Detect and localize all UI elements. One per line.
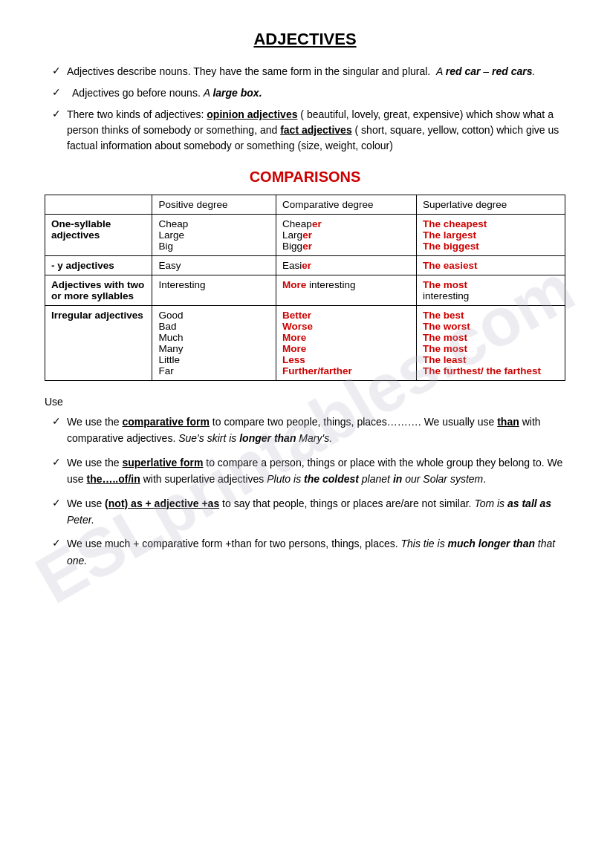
bullet-1: ✓ Adjectives describe nouns. They have t… [52,64,565,79]
use-label: Use [45,396,565,408]
bullet-text-1: Adjectives describe nouns. They have the… [67,64,535,79]
positive-irregular: GoodBadMuchManyLittleFar [152,306,276,381]
header-superlative: Superlative degree [416,195,565,215]
table-row-two-syllable: Adjectives with two or more syllables In… [45,275,565,306]
table-row-irregular: Irregular adjectives GoodBadMuchManyLitt… [45,306,565,381]
superlative-irregular: The best The worst The most The most The… [416,306,565,381]
comparisons-table: Positive degree Comparative degree Super… [45,195,565,381]
superlative-y: The easiest [416,256,565,275]
positive-y: Easy [152,256,276,275]
table-header-row: Positive degree Comparative degree Super… [45,195,565,215]
header-category [45,195,152,215]
comparative-irregular: Better Worse More More Less Further/fart… [276,306,417,381]
category-irregular: Irregular adjectives [45,306,152,381]
check-icon-use-4: ✓ [52,537,61,549]
comparative-two-syllable: More interesting [276,275,417,306]
page-title: ADJECTIVES [45,30,565,49]
use-bullet-text-2: We use the superlative form to compare a… [67,454,565,488]
intro-bullets: ✓ Adjectives describe nouns. They have t… [45,64,565,154]
comparisons-title: COMPARISONS [45,169,565,186]
table-row-one-syllable: One-syllable adjectives CheapLargeBig Ch… [45,215,565,256]
positive-two-syllable: Interesting [152,275,276,306]
category-two-syllable: Adjectives with two or more syllables [45,275,152,306]
use-bullet-text-3: We use (not) as + adjective +as to say t… [67,495,565,529]
check-icon-3: ✓ [52,108,61,120]
bullet-3: ✓ There two kinds of adjectives: opinion… [52,107,565,154]
use-bullet-4: ✓ We use much + comparative form +than f… [52,535,565,569]
use-bullet-text-1: We use the comparative form to compare t… [67,414,565,447]
category-one-syllable: One-syllable adjectives [45,215,152,256]
use-bullet-3: ✓ We use (not) as + adjective +as to say… [52,495,565,529]
category-y-adjectives: - y adjectives [45,256,152,275]
bullet-2: ✓ Adjectives go before nouns. A large bo… [52,85,565,101]
superlative-two-syllable: The mostinteresting [416,275,565,306]
superlative-one-syllable: The cheapest The largest The biggest [416,215,565,256]
use-bullet-2: ✓ We use the superlative form to compare… [52,454,565,488]
check-icon-use-3: ✓ [52,497,61,509]
header-positive: Positive degree [152,195,276,215]
check-icon-use-1: ✓ [52,415,61,427]
check-icon-1: ✓ [52,65,61,76]
check-icon-2: ✓ [52,86,61,98]
comparative-one-syllable: Cheaper Larger Bigger [276,215,417,256]
bullet-text-3: There two kinds of adjectives: opinion a… [67,107,565,154]
table-row-y-adjectives: - y adjectives Easy Easier The easiest [45,256,565,275]
use-section: Use ✓ We use the comparative form to com… [45,396,565,569]
comparative-y: Easier [276,256,417,275]
use-bullet-1: ✓ We use the comparative form to compare… [52,414,565,447]
use-bullets: ✓ We use the comparative form to compare… [45,414,565,569]
header-comparative: Comparative degree [276,195,417,215]
bullet-text-2: Adjectives go before nouns. A large box. [67,85,262,101]
positive-one-syllable: CheapLargeBig [152,215,276,256]
check-icon-use-2: ✓ [52,456,61,468]
use-bullet-text-4: We use much + comparative form +than for… [67,535,565,569]
